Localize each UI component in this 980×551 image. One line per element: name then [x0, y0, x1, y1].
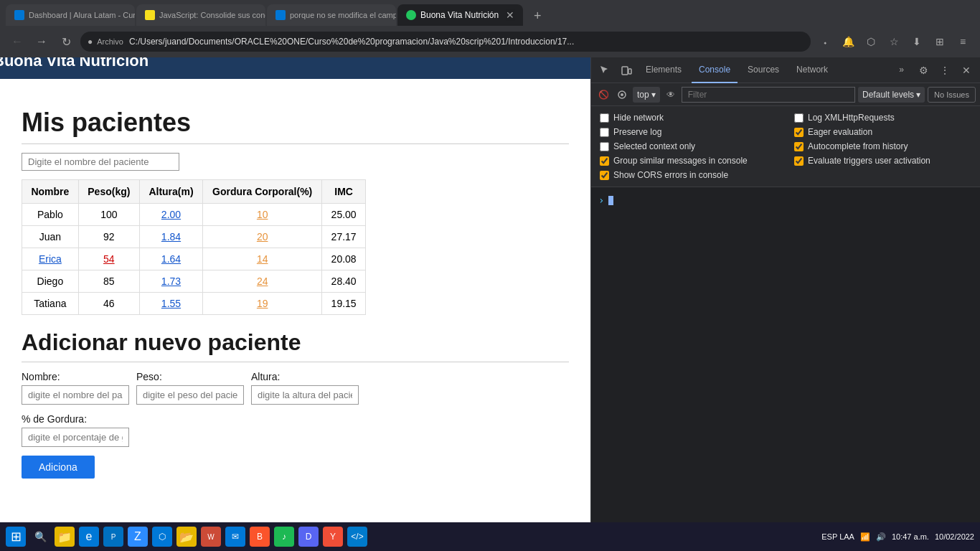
profile-icon[interactable]: 🔔: [838, 32, 858, 52]
tab-sources[interactable]: Sources: [740, 57, 786, 83]
cell-1-3[interactable]: 20: [203, 226, 322, 248]
devtools-settings-panel: Hide networkPreserve logSelected context…: [591, 106, 980, 187]
devtools-settings-icon[interactable]: ⚙: [914, 61, 933, 80]
checkbox-log_xml[interactable]: [794, 113, 804, 123]
reload-button[interactable]: ↻: [56, 32, 76, 52]
files-icon[interactable]: 📁: [55, 527, 75, 547]
tab-more[interactable]: »: [892, 57, 911, 83]
cell-2-4: 20.08: [322, 248, 366, 270]
cell-3-2[interactable]: 1.73: [139, 270, 202, 293]
edge2-icon[interactable]: ⬡: [152, 527, 172, 547]
checkbox-preserve_log[interactable]: [600, 128, 609, 137]
setting-show_cors: Show CORS errors in console: [600, 168, 777, 182]
checkbox-autocomplete_history[interactable]: [794, 142, 804, 151]
altura-input[interactable]: [251, 385, 359, 405]
spotify-icon[interactable]: ♪: [274, 527, 294, 547]
tab-4[interactable]: Buona Vita Nutrición ✕: [397, 4, 523, 26]
device-icon[interactable]: [617, 61, 636, 80]
checkbox-hide_network[interactable]: [600, 113, 609, 123]
cell-1-1: 92: [78, 226, 139, 248]
account-icon[interactable]: ⊞: [930, 32, 950, 52]
extensions-icon[interactable]: ⬩: [815, 32, 835, 52]
cell-2-2[interactable]: 1.64: [139, 248, 202, 270]
checkbox-show_cors[interactable]: [600, 171, 609, 180]
levels-label: Default levels: [862, 90, 914, 100]
label-show_cors: Show CORS errors in console: [613, 170, 728, 180]
label-log_xml: Log XMLHttpRequests: [808, 113, 895, 123]
puzzle-icon[interactable]: ⬡: [861, 32, 881, 52]
context-select[interactable]: top ▾: [633, 87, 660, 103]
label-autocomplete_history: Autocomplete from history: [808, 141, 908, 151]
new-tab-button[interactable]: +: [527, 6, 547, 26]
cell-0-3[interactable]: 10: [203, 204, 322, 226]
patients-table: Nombre Peso(kg) Altura(m) Gordura Corpor…: [22, 179, 366, 315]
peso-input[interactable]: [136, 385, 244, 405]
brave-icon[interactable]: B: [250, 527, 270, 547]
tab-favicon-1: [14, 10, 24, 20]
cell-2-3[interactable]: 14: [203, 248, 322, 270]
eye-icon[interactable]: 👁: [663, 87, 679, 103]
tab-2[interactable]: JavaScript: Consolide sus conocim ✕: [136, 4, 265, 26]
tab-label-4: Buona Vita Nutrición: [420, 10, 499, 20]
app13[interactable]: Y: [323, 527, 343, 547]
edge-icon[interactable]: e: [79, 527, 99, 547]
menu-icon[interactable]: ≡: [953, 32, 973, 52]
devtools-more-icon[interactable]: ⋮: [936, 61, 954, 80]
cell-1-2[interactable]: 1.84: [139, 226, 202, 248]
console-filter-icon[interactable]: [614, 87, 630, 103]
vscode-icon[interactable]: </>: [347, 527, 367, 547]
console-prompt[interactable]: ›: [598, 192, 973, 209]
inspect-icon[interactable]: [595, 61, 614, 80]
bookmark-icon[interactable]: ☆: [884, 32, 904, 52]
nombre-input[interactable]: [22, 385, 129, 405]
cell-3-3[interactable]: 24: [203, 270, 322, 293]
console-filter-input[interactable]: [682, 87, 855, 103]
tab-favicon-4: [406, 10, 416, 20]
app5[interactable]: P: [103, 527, 123, 547]
tab-network[interactable]: Network: [789, 57, 835, 83]
address-bar[interactable]: ● Archivo C:/Users/juand/Documents/ORACL…: [80, 32, 811, 52]
tab-3[interactable]: porque no se modifica el campo de te ✕: [267, 4, 396, 26]
console-clear-icon[interactable]: 🚫: [595, 87, 611, 103]
cell-2-1[interactable]: 54: [78, 248, 139, 270]
start-button[interactable]: ⊞: [6, 527, 26, 547]
tab-1[interactable]: Dashboard | Alura Latam - Cursos onl ✕: [6, 4, 135, 26]
levels-select[interactable]: Default levels ▾: [858, 87, 925, 103]
cell-0-2[interactable]: 2.00: [139, 204, 202, 226]
content-area: Buona Vita Nutrición Mis pacientes Nombr…: [0, 57, 980, 522]
download-icon[interactable]: ⬇: [907, 32, 927, 52]
tab-elements[interactable]: Elements: [639, 57, 689, 83]
add-button[interactable]: Adiciona: [22, 456, 95, 479]
search-taskbar-icon[interactable]: 🔍: [30, 527, 50, 547]
webpage: Buona Vita Nutrición Mis pacientes Nombr…: [0, 57, 590, 522]
app8[interactable]: W: [201, 527, 221, 547]
taskbar-volume-icon: 🔊: [876, 532, 886, 542]
tab-console[interactable]: Console: [692, 57, 738, 83]
checkbox-group_similar[interactable]: [600, 156, 609, 166]
checkbox-eager_eval[interactable]: [794, 128, 804, 137]
checkbox-selected_context_only[interactable]: [600, 142, 609, 151]
checkbox-eval_triggers[interactable]: [794, 156, 804, 166]
svg-rect-0: [622, 67, 628, 75]
svg-point-3: [621, 93, 623, 96]
mail-icon[interactable]: ✉: [225, 527, 245, 547]
site-title: Buona Vita Nutrición: [0, 57, 590, 79]
zoom-icon[interactable]: Z: [128, 527, 148, 547]
devtools-close-icon[interactable]: ✕: [957, 61, 976, 80]
back-button[interactable]: ←: [7, 32, 27, 52]
setting-preserve_log: Preserve log: [600, 125, 777, 139]
no-issues-button[interactable]: No Issues: [928, 87, 976, 103]
settings-col-2: Log XMLHttpRequestsEager evaluationAutoc…: [786, 110, 980, 182]
discord-icon[interactable]: D: [298, 527, 319, 547]
cell-4-3[interactable]: 19: [203, 293, 322, 315]
search-input[interactable]: [22, 153, 179, 171]
tab-close-4[interactable]: ✕: [506, 9, 514, 21]
folder-icon[interactable]: 📂: [176, 527, 197, 547]
label-hide_network: Hide network: [613, 113, 664, 123]
label-eval_triggers: Evaluate triggers user activation: [808, 156, 930, 166]
cell-2-0[interactable]: Erica: [22, 248, 79, 270]
cell-4-2[interactable]: 1.55: [139, 293, 202, 315]
label-selected_context_only: Selected context only: [613, 141, 695, 151]
gordura-input[interactable]: [22, 428, 129, 447]
forward-button[interactable]: →: [32, 32, 52, 52]
